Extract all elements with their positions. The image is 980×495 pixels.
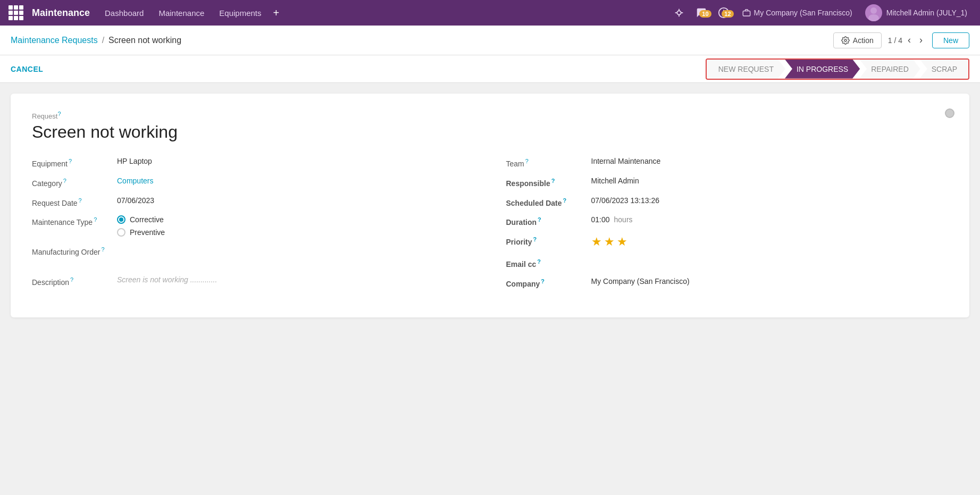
breadcrumb-current: Screen not working xyxy=(108,36,181,45)
description-label: Description? xyxy=(32,275,117,287)
form-card: Request? Screen not working Equipment? H… xyxy=(11,94,969,317)
responsible-label: Responsible? xyxy=(506,177,591,188)
equipment-value[interactable]: HP Laptop xyxy=(117,157,474,165)
radio-preventive[interactable]: Preventive xyxy=(117,228,474,237)
next-button[interactable]: › xyxy=(916,33,926,47)
scheduled-date-help-icon[interactable]: ? xyxy=(563,197,567,204)
stars-container[interactable]: ★ ★ ★ xyxy=(591,235,949,249)
svg-point-8 xyxy=(868,14,879,21)
stage-new-request[interactable]: NEW REQUEST xyxy=(707,60,785,79)
request-section-label: Request? xyxy=(32,111,948,120)
request-date-help-icon[interactable]: ? xyxy=(79,197,82,204)
description-help-icon[interactable]: ? xyxy=(70,276,73,283)
activity-icon-button[interactable]: 12 xyxy=(714,7,734,19)
responsible-row: Responsible? Mitchell Admin xyxy=(506,177,949,188)
grid-icon[interactable] xyxy=(9,5,23,20)
mfg-order-help-icon[interactable]: ? xyxy=(101,246,104,253)
radio-corrective-circle xyxy=(117,215,125,224)
stage-repaired[interactable]: REPAIRED xyxy=(859,60,920,79)
company-value[interactable]: My Company (San Francisco) xyxy=(591,277,949,286)
radio-corrective[interactable]: Corrective xyxy=(117,215,474,224)
form-fields-grid: Equipment? HP Laptop Category? Computers… xyxy=(32,157,948,296)
duration-value: 01:00 hours xyxy=(591,215,949,224)
svg-point-7 xyxy=(870,7,877,14)
maintenance-type-help-icon[interactable]: ? xyxy=(94,216,97,223)
svg-point-9 xyxy=(844,39,847,41)
star-3[interactable]: ★ xyxy=(617,235,627,249)
request-help-icon[interactable]: ? xyxy=(57,111,61,117)
star-2[interactable]: ★ xyxy=(604,235,615,249)
duration-row: Duration? 01:00 hours xyxy=(506,215,949,226)
user-menu[interactable]: Mitchell Admin (JULY_1) xyxy=(861,4,971,21)
scheduled-date-label: Scheduled Date? xyxy=(506,196,591,207)
category-row: Category? Computers xyxy=(32,177,474,188)
request-title: Screen not working xyxy=(32,122,948,142)
stage-pipeline: NEW REQUEST IN PROGRESS REPAIRED SCRAP xyxy=(706,58,969,80)
header-actions: Action 1 / 4 ‹ › New xyxy=(833,32,969,48)
status-dot xyxy=(945,108,954,118)
request-date-label: Request Date? xyxy=(32,196,117,207)
nav-equipments[interactable]: Equipments xyxy=(213,0,267,26)
stage-scrap[interactable]: SCRAP xyxy=(920,60,969,79)
mfg-order-label: Manufacturing Order? xyxy=(32,245,117,256)
app-logo: Maintenance xyxy=(9,5,90,20)
email-cc-help-icon[interactable]: ? xyxy=(537,258,541,265)
email-cc-row: Email cc? xyxy=(506,257,949,269)
team-value[interactable]: Internal Maintenance xyxy=(591,157,949,165)
description-value[interactable]: Screen is not working ............. xyxy=(117,275,474,284)
add-menu-button[interactable]: + xyxy=(270,7,283,19)
action-label: Action xyxy=(853,36,874,45)
team-help-icon[interactable]: ? xyxy=(525,158,529,164)
company-selector[interactable]: My Company (San Francisco) xyxy=(736,9,859,17)
pager-text: 1 / 4 xyxy=(888,36,902,45)
duration-time[interactable]: 01:00 xyxy=(591,215,610,224)
team-row: Team? Internal Maintenance xyxy=(506,157,949,168)
description-row: Description? Screen is not working .....… xyxy=(32,275,474,287)
duration-unit: hours xyxy=(614,215,633,224)
equipment-help-icon[interactable]: ? xyxy=(69,158,72,164)
duration-help-icon[interactable]: ? xyxy=(538,216,541,223)
new-button[interactable]: New xyxy=(932,32,969,48)
duration-label: Duration? xyxy=(506,215,591,226)
maintenance-type-row: Maintenance Type? Corrective Preventive xyxy=(32,215,474,237)
responsible-value[interactable]: Mitchell Admin xyxy=(591,177,949,185)
scheduled-date-value[interactable]: 07/06/2023 13:13:26 xyxy=(591,196,949,205)
category-help-icon[interactable]: ? xyxy=(63,178,66,184)
request-date-row: Request Date? 07/06/2023 xyxy=(32,196,474,207)
radio-corrective-label: Corrective xyxy=(130,215,164,224)
stage-repaired-label: REPAIRED xyxy=(871,65,909,73)
stage-new-request-label: NEW REQUEST xyxy=(718,65,774,73)
nav-maintenance[interactable]: Maintenance xyxy=(152,0,211,26)
action-button[interactable]: Action xyxy=(833,32,882,48)
company-name: My Company (San Francisco) xyxy=(754,9,852,17)
stage-in-progress-label: IN PROGRESS xyxy=(797,65,848,73)
category-label: Category? xyxy=(32,177,117,188)
company-label: Company? xyxy=(506,277,591,288)
form-right-column: Team? Internal Maintenance Responsible? … xyxy=(506,157,949,296)
chat-icon-button[interactable]: 10 xyxy=(691,7,711,19)
stage-in-progress[interactable]: IN PROGRESS xyxy=(785,60,860,79)
responsible-help-icon[interactable]: ? xyxy=(551,178,555,184)
request-date-value[interactable]: 07/06/2023 xyxy=(117,196,474,205)
team-label: Team? xyxy=(506,157,591,168)
bug-icon-button[interactable] xyxy=(669,7,689,19)
category-value[interactable]: Computers xyxy=(117,177,474,185)
cancel-button[interactable]: CANCEL xyxy=(11,65,43,73)
company-row: Company? My Company (San Francisco) xyxy=(506,277,949,288)
breadcrumb-link[interactable]: Maintenance Requests xyxy=(11,36,98,45)
prev-button[interactable]: ‹ xyxy=(904,33,914,47)
radio-preventive-label: Preventive xyxy=(130,228,165,237)
scheduled-date-row: Scheduled Date? 07/06/2023 13:13:26 xyxy=(506,196,949,207)
company-help-icon[interactable]: ? xyxy=(541,278,545,284)
svg-point-0 xyxy=(677,11,681,14)
pager: 1 / 4 ‹ › xyxy=(888,33,926,47)
priority-help-icon[interactable]: ? xyxy=(533,236,537,242)
priority-stars[interactable]: ★ ★ ★ xyxy=(591,235,949,249)
nav-dashboard[interactable]: Dashboard xyxy=(98,0,150,26)
equipment-label: Equipment? xyxy=(32,157,117,168)
maintenance-type-value: Corrective Preventive xyxy=(117,215,474,237)
mfg-order-row: Manufacturing Order? xyxy=(32,245,474,256)
star-1[interactable]: ★ xyxy=(591,235,602,249)
maintenance-type-radio-group: Corrective Preventive xyxy=(117,215,474,237)
breadcrumb-separator: / xyxy=(102,36,104,45)
